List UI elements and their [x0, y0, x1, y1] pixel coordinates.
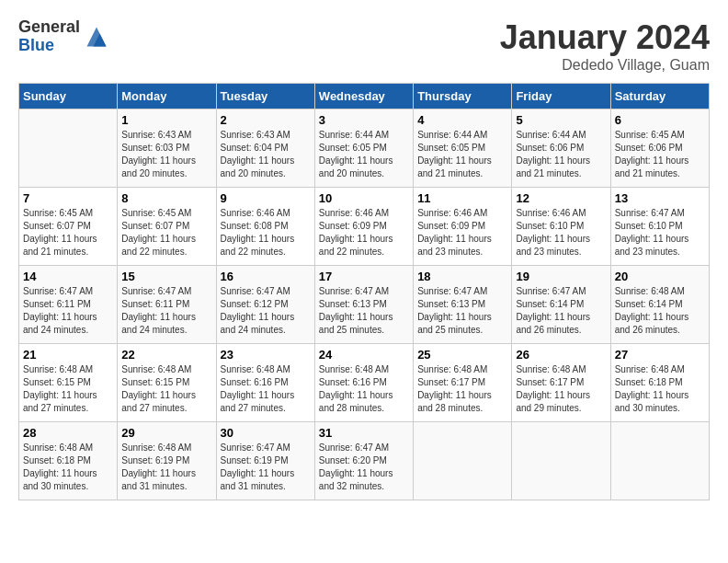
- calendar-cell: 16Sunrise: 6:47 AM Sunset: 6:12 PM Dayli…: [216, 266, 314, 344]
- day-info: Sunrise: 6:45 AM Sunset: 6:06 PM Dayligh…: [615, 129, 705, 180]
- day-number: 11: [417, 191, 507, 205]
- calendar-cell: 20Sunrise: 6:48 AM Sunset: 6:14 PM Dayli…: [610, 266, 709, 344]
- calendar-header-monday: Monday: [118, 84, 216, 109]
- calendar-week-row: 14Sunrise: 6:47 AM Sunset: 6:11 PM Dayli…: [19, 266, 710, 344]
- calendar-cell: [19, 109, 118, 188]
- calendar-cell: 15Sunrise: 6:47 AM Sunset: 6:11 PM Dayli…: [118, 266, 216, 344]
- day-info: Sunrise: 6:47 AM Sunset: 6:20 PM Dayligh…: [319, 442, 409, 493]
- calendar-header-tuesday: Tuesday: [216, 84, 314, 109]
- day-info: Sunrise: 6:43 AM Sunset: 6:03 PM Dayligh…: [121, 129, 211, 180]
- calendar-cell: 21Sunrise: 6:48 AM Sunset: 6:15 PM Dayli…: [19, 344, 118, 422]
- day-info: Sunrise: 6:48 AM Sunset: 6:14 PM Dayligh…: [615, 285, 705, 337]
- day-info: Sunrise: 6:47 AM Sunset: 6:14 PM Dayligh…: [516, 285, 606, 337]
- day-number: 31: [319, 426, 409, 440]
- day-info: Sunrise: 6:46 AM Sunset: 6:10 PM Dayligh…: [516, 207, 606, 259]
- calendar-cell: [610, 422, 709, 500]
- calendar-cell: [414, 422, 512, 500]
- day-info: Sunrise: 6:47 AM Sunset: 6:12 PM Dayligh…: [221, 285, 311, 337]
- day-info: Sunrise: 6:46 AM Sunset: 6:09 PM Dayligh…: [417, 207, 507, 259]
- calendar-cell: 28Sunrise: 6:48 AM Sunset: 6:18 PM Dayli…: [19, 422, 118, 500]
- day-number: 29: [121, 426, 211, 440]
- calendar-cell: [512, 422, 610, 500]
- day-info: Sunrise: 6:47 AM Sunset: 6:13 PM Dayligh…: [417, 285, 507, 337]
- calendar-cell: 23Sunrise: 6:48 AM Sunset: 6:16 PM Dayli…: [216, 344, 314, 422]
- day-number: 5: [516, 113, 606, 127]
- calendar-cell: 11Sunrise: 6:46 AM Sunset: 6:09 PM Dayli…: [414, 188, 512, 266]
- day-number: 26: [516, 348, 606, 362]
- calendar-cell: 1Sunrise: 6:43 AM Sunset: 6:03 PM Daylig…: [118, 109, 216, 188]
- calendar-cell: 30Sunrise: 6:47 AM Sunset: 6:19 PM Dayli…: [216, 422, 314, 500]
- calendar-cell: 12Sunrise: 6:46 AM Sunset: 6:10 PM Dayli…: [512, 188, 610, 266]
- day-info: Sunrise: 6:46 AM Sunset: 6:09 PM Dayligh…: [319, 207, 409, 259]
- day-info: Sunrise: 6:44 AM Sunset: 6:05 PM Dayligh…: [319, 129, 409, 180]
- logo: General Blue: [18, 18, 109, 55]
- calendar-cell: 29Sunrise: 6:48 AM Sunset: 6:19 PM Dayli…: [118, 422, 216, 500]
- day-number: 27: [615, 348, 705, 362]
- calendar-cell: 2Sunrise: 6:43 AM Sunset: 6:04 PM Daylig…: [216, 109, 314, 188]
- logo-blue: Blue: [18, 37, 80, 55]
- calendar-cell: 31Sunrise: 6:47 AM Sunset: 6:20 PM Dayli…: [314, 422, 413, 500]
- calendar-cell: 17Sunrise: 6:47 AM Sunset: 6:13 PM Dayli…: [314, 266, 413, 344]
- calendar-cell: 6Sunrise: 6:45 AM Sunset: 6:06 PM Daylig…: [610, 109, 709, 188]
- day-info: Sunrise: 6:48 AM Sunset: 6:19 PM Dayligh…: [121, 442, 211, 493]
- day-info: Sunrise: 6:48 AM Sunset: 6:18 PM Dayligh…: [23, 442, 113, 493]
- day-info: Sunrise: 6:48 AM Sunset: 6:16 PM Dayligh…: [221, 363, 311, 415]
- calendar-cell: 24Sunrise: 6:48 AM Sunset: 6:16 PM Dayli…: [314, 344, 413, 422]
- calendar-cell: 9Sunrise: 6:46 AM Sunset: 6:08 PM Daylig…: [216, 188, 314, 266]
- location-title: Dededo Village, Guam: [500, 57, 710, 74]
- day-number: 4: [417, 113, 507, 127]
- logo-icon: [84, 24, 109, 50]
- day-number: 23: [221, 348, 311, 362]
- calendar-header-row: SundayMondayTuesdayWednesdayThursdayFrid…: [19, 84, 710, 109]
- calendar-week-row: 1Sunrise: 6:43 AM Sunset: 6:03 PM Daylig…: [19, 109, 710, 188]
- calendar-cell: 4Sunrise: 6:44 AM Sunset: 6:05 PM Daylig…: [414, 109, 512, 188]
- day-number: 15: [121, 270, 211, 283]
- day-number: 9: [221, 191, 311, 205]
- calendar-cell: 8Sunrise: 6:45 AM Sunset: 6:07 PM Daylig…: [118, 188, 216, 266]
- calendar-cell: 14Sunrise: 6:47 AM Sunset: 6:11 PM Dayli…: [19, 266, 118, 344]
- day-info: Sunrise: 6:46 AM Sunset: 6:08 PM Dayligh…: [221, 207, 311, 259]
- calendar-cell: 18Sunrise: 6:47 AM Sunset: 6:13 PM Dayli…: [414, 266, 512, 344]
- day-number: 7: [23, 191, 113, 205]
- day-info: Sunrise: 6:48 AM Sunset: 6:15 PM Dayligh…: [121, 363, 211, 415]
- day-info: Sunrise: 6:47 AM Sunset: 6:11 PM Dayligh…: [121, 285, 211, 337]
- calendar-cell: 7Sunrise: 6:45 AM Sunset: 6:07 PM Daylig…: [19, 188, 118, 266]
- calendar-cell: 3Sunrise: 6:44 AM Sunset: 6:05 PM Daylig…: [314, 109, 413, 188]
- day-number: 13: [615, 191, 705, 205]
- day-number: 18: [417, 270, 507, 283]
- day-info: Sunrise: 6:47 AM Sunset: 6:19 PM Dayligh…: [221, 442, 311, 493]
- calendar-cell: 13Sunrise: 6:47 AM Sunset: 6:10 PM Dayli…: [610, 188, 709, 266]
- day-number: 16: [221, 270, 311, 283]
- calendar-cell: 22Sunrise: 6:48 AM Sunset: 6:15 PM Dayli…: [118, 344, 216, 422]
- day-number: 2: [221, 113, 311, 127]
- day-number: 12: [516, 191, 606, 205]
- day-number: 10: [319, 191, 409, 205]
- calendar-week-row: 21Sunrise: 6:48 AM Sunset: 6:15 PM Dayli…: [19, 344, 710, 422]
- day-number: 3: [319, 113, 409, 127]
- title-section: January 2024 Dededo Village, Guam: [500, 18, 710, 74]
- calendar-week-row: 28Sunrise: 6:48 AM Sunset: 6:18 PM Dayli…: [19, 422, 710, 500]
- calendar-cell: 25Sunrise: 6:48 AM Sunset: 6:17 PM Dayli…: [414, 344, 512, 422]
- day-info: Sunrise: 6:48 AM Sunset: 6:16 PM Dayligh…: [319, 363, 409, 415]
- calendar-table: SundayMondayTuesdayWednesdayThursdayFrid…: [18, 83, 710, 500]
- day-info: Sunrise: 6:48 AM Sunset: 6:17 PM Dayligh…: [516, 363, 606, 415]
- day-info: Sunrise: 6:47 AM Sunset: 6:10 PM Dayligh…: [615, 207, 705, 259]
- day-info: Sunrise: 6:47 AM Sunset: 6:13 PM Dayligh…: [319, 285, 409, 337]
- day-info: Sunrise: 6:47 AM Sunset: 6:11 PM Dayligh…: [23, 285, 113, 337]
- calendar-header-wednesday: Wednesday: [314, 84, 413, 109]
- day-info: Sunrise: 6:45 AM Sunset: 6:07 PM Dayligh…: [23, 207, 113, 259]
- calendar-cell: 26Sunrise: 6:48 AM Sunset: 6:17 PM Dayli…: [512, 344, 610, 422]
- calendar-cell: 10Sunrise: 6:46 AM Sunset: 6:09 PM Dayli…: [314, 188, 413, 266]
- month-title: January 2024: [500, 18, 710, 57]
- day-number: 19: [516, 270, 606, 283]
- day-info: Sunrise: 6:43 AM Sunset: 6:04 PM Dayligh…: [221, 129, 311, 180]
- day-info: Sunrise: 6:48 AM Sunset: 6:18 PM Dayligh…: [615, 363, 705, 415]
- day-info: Sunrise: 6:48 AM Sunset: 6:17 PM Dayligh…: [417, 363, 507, 415]
- calendar-header-saturday: Saturday: [610, 84, 709, 109]
- day-number: 14: [23, 270, 113, 283]
- day-number: 25: [417, 348, 507, 362]
- calendar-week-row: 7Sunrise: 6:45 AM Sunset: 6:07 PM Daylig…: [19, 188, 710, 266]
- day-info: Sunrise: 6:48 AM Sunset: 6:15 PM Dayligh…: [23, 363, 113, 415]
- page-header: General Blue January 2024 Dededo Village…: [18, 18, 710, 74]
- day-number: 21: [23, 348, 113, 362]
